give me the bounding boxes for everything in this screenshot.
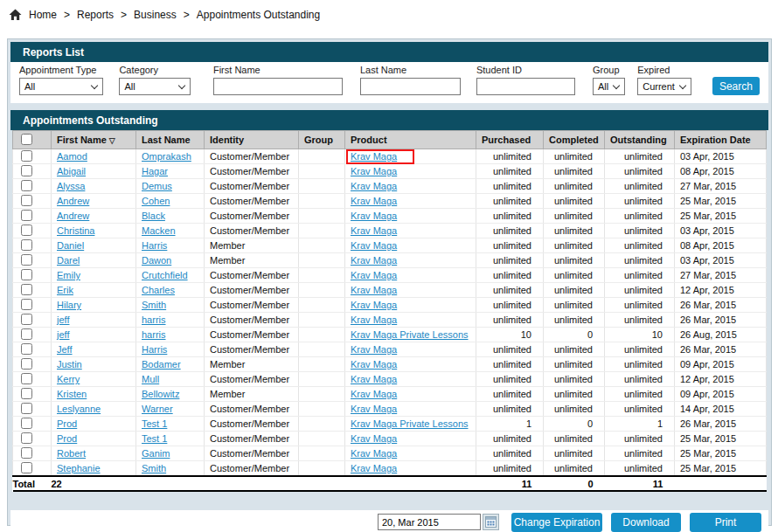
product-link[interactable]: Krav Maga (351, 463, 397, 473)
row-checkbox[interactable] (21, 462, 32, 473)
appointment-type-select[interactable]: All (19, 78, 103, 95)
last-name-link[interactable]: Macken (142, 225, 176, 236)
last-name-link[interactable]: Harris (142, 240, 167, 251)
first-name-link[interactable]: jeff (57, 329, 69, 340)
product-link[interactable]: Krav Maga (351, 314, 397, 325)
product-link[interactable]: Krav Maga (351, 240, 397, 251)
product-link[interactable]: Krav Maga (351, 344, 397, 355)
last-name-link[interactable]: Test 1 (142, 433, 167, 444)
row-checkbox[interactable] (21, 180, 32, 191)
first-name-link[interactable]: Christina (57, 225, 94, 236)
product-link[interactable]: Krav Maga Private Lessons (351, 418, 469, 429)
column-header-last-name[interactable]: Last Name (136, 131, 205, 149)
row-checkbox[interactable] (21, 418, 32, 429)
last-name-link[interactable]: Test 1 (142, 418, 167, 429)
product-link[interactable]: Krav Maga (351, 196, 397, 206)
first-name-link[interactable]: Abigail (57, 166, 86, 176)
row-checkbox[interactable] (21, 254, 32, 266)
first-name-link[interactable]: Darel (57, 255, 80, 266)
row-checkbox[interactable] (21, 358, 32, 370)
first-name-link[interactable]: Prod (57, 433, 77, 444)
first-name-input[interactable] (213, 78, 343, 95)
first-name-link[interactable]: Leslyanne (57, 404, 101, 414)
last-name-link[interactable]: harris (142, 314, 166, 325)
row-checkbox[interactable] (21, 447, 32, 459)
last-name-link[interactable]: Bellowitz (142, 389, 179, 399)
first-name-link[interactable]: Erik (57, 285, 73, 295)
product-link[interactable]: Krav Maga (351, 166, 397, 176)
row-checkbox[interactable] (21, 284, 32, 295)
product-link[interactable]: Krav Maga (351, 448, 397, 459)
expiration-date-input[interactable] (378, 514, 481, 530)
last-name-link[interactable]: Omprakash (142, 151, 191, 162)
first-name-link[interactable]: jeff (57, 314, 69, 325)
last-name-link[interactable]: Black (142, 211, 165, 221)
product-link[interactable]: Krav Maga (351, 285, 397, 295)
row-checkbox[interactable] (21, 432, 32, 444)
product-link[interactable]: Krav Maga (351, 359, 397, 370)
column-header-outstanding[interactable]: Outstanding (605, 131, 675, 149)
breadcrumb-business[interactable]: Business (134, 9, 177, 21)
column-header-group[interactable]: Group (299, 131, 345, 149)
product-link[interactable]: Krav Maga (351, 255, 397, 266)
last-name-link[interactable]: Warner (142, 404, 173, 414)
first-name-link[interactable]: Hilary (57, 300, 81, 310)
column-header-product[interactable]: Product (345, 131, 476, 149)
first-name-link[interactable]: Kristen (57, 389, 87, 399)
product-link[interactable]: Krav Maga (351, 225, 397, 236)
row-checkbox[interactable] (21, 210, 32, 221)
download-button[interactable]: Download (611, 513, 681, 532)
last-name-input[interactable] (360, 78, 461, 95)
last-name-link[interactable]: harris (142, 329, 166, 340)
row-checkbox[interactable] (21, 269, 32, 280)
home-icon[interactable] (9, 9, 22, 21)
product-link[interactable]: Krav Maga (351, 151, 397, 162)
last-name-link[interactable]: Dawon (142, 255, 171, 266)
product-link[interactable]: Krav Maga (351, 270, 397, 280)
search-button[interactable]: Search (712, 77, 760, 95)
first-name-link[interactable]: Justin (57, 359, 82, 370)
last-name-link[interactable]: Charles (142, 285, 175, 295)
first-name-link[interactable]: Daniel (57, 240, 84, 251)
last-name-link[interactable]: Cohen (142, 196, 170, 206)
change-expiration-button[interactable]: Change Expiration (511, 513, 602, 532)
product-link[interactable]: Krav Maga (351, 404, 397, 414)
row-checkbox[interactable] (21, 225, 32, 236)
print-button[interactable]: Print (690, 513, 761, 532)
last-name-link[interactable]: Harris (142, 344, 167, 355)
first-name-link[interactable]: Kerry (57, 374, 80, 384)
column-header-expiration-date[interactable]: Expiration Date (675, 131, 767, 149)
column-header-purchased[interactable]: Purchased (476, 131, 544, 149)
first-name-link[interactable]: Alyssa (57, 181, 85, 191)
last-name-link[interactable]: Smith (142, 300, 166, 310)
group-select[interactable]: All (593, 78, 625, 95)
column-header-completed[interactable]: Completed (544, 131, 605, 149)
last-name-link[interactable]: Mull (142, 374, 159, 384)
first-name-link[interactable]: Emily (57, 270, 80, 280)
product-link[interactable]: Krav Maga Private Lessons (351, 329, 469, 340)
category-select[interactable]: All (119, 78, 191, 95)
product-link[interactable]: Krav Maga (351, 300, 397, 310)
row-checkbox[interactable] (21, 239, 32, 251)
row-checkbox[interactable] (21, 150, 32, 162)
expired-select[interactable]: Current (637, 78, 691, 95)
row-checkbox[interactable] (21, 388, 32, 399)
last-name-link[interactable]: Ganim (142, 448, 170, 459)
first-name-link[interactable]: Stephanie (57, 463, 101, 473)
row-checkbox[interactable] (21, 299, 32, 310)
product-link[interactable]: Krav Maga (351, 211, 397, 221)
first-name-link[interactable]: Prod (57, 418, 77, 429)
product-link[interactable]: Krav Maga (351, 433, 397, 444)
first-name-link[interactable]: Jeff (57, 344, 73, 355)
row-checkbox[interactable] (21, 403, 32, 414)
last-name-link[interactable]: Bodamer (142, 359, 181, 370)
last-name-link[interactable]: Hagar (142, 166, 168, 176)
first-name-link[interactable]: Aamod (57, 151, 87, 162)
last-name-link[interactable]: Crutchfield (142, 270, 188, 280)
row-checkbox[interactable] (21, 165, 32, 176)
row-checkbox[interactable] (21, 195, 32, 206)
first-name-link[interactable]: Andrew (57, 196, 89, 206)
breadcrumb-reports[interactable]: Reports (77, 9, 114, 21)
first-name-link[interactable]: Robert (57, 448, 86, 459)
column-header-identity[interactable]: Identity (205, 131, 299, 149)
